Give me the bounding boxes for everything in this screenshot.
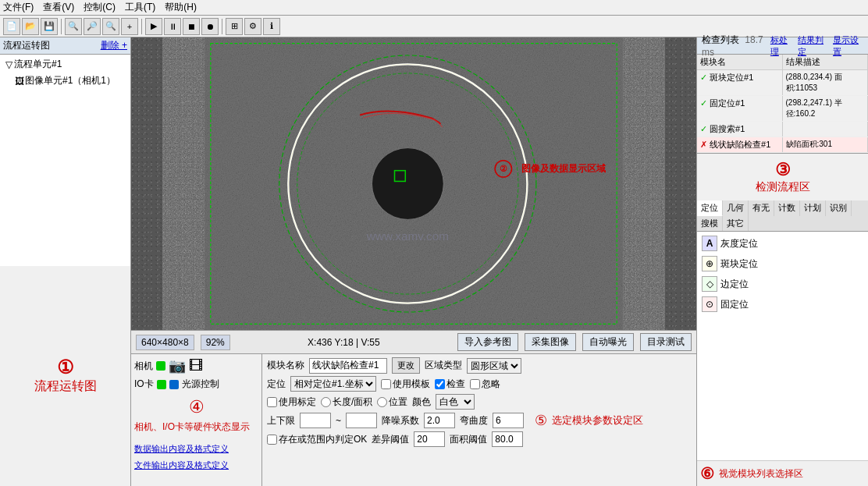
- row4-name: ✗ 线状缺陷检查#1: [697, 137, 783, 152]
- tab-count[interactable]: 计数: [774, 200, 800, 216]
- link-display[interactable]: 显示设置: [833, 34, 863, 58]
- upper-input[interactable]: [300, 413, 331, 428]
- tree-child[interactable]: 🖼 图像单元#1（相机1）: [2, 73, 129, 89]
- check-input[interactable]: [435, 379, 445, 389]
- toolbar-zoom-out[interactable]: 🔍: [102, 18, 119, 35]
- position-select[interactable]: 相对定位#1.坐标系: [290, 376, 376, 392]
- fixed-pos-icon: ⊙: [702, 296, 717, 312]
- toolbar-plus[interactable]: +: [121, 18, 138, 35]
- file-format-link[interactable]: 文件输出内容及格式定义: [134, 460, 229, 470]
- light-status-dot: [169, 380, 179, 389]
- color-select[interactable]: 白色: [436, 394, 475, 410]
- module-item-edge-pos[interactable]: ◇ 边定位: [699, 274, 866, 294]
- file-define-link-wrapper[interactable]: 文件输出内容及格式定义: [134, 459, 258, 471]
- region-type-label: 区域类型: [425, 359, 462, 372]
- btn-auto-exposure[interactable]: 自动曝光: [582, 333, 634, 351]
- toolbar-info[interactable]: ℹ: [263, 18, 280, 35]
- menu-view[interactable]: 查看(V): [43, 1, 74, 14]
- btn-import-ref[interactable]: 导入参考图: [457, 333, 518, 351]
- menu-file[interactable]: 文件(F): [3, 1, 34, 14]
- exist-range-input[interactable]: [267, 435, 277, 445]
- usage-mask-check[interactable]: [381, 379, 391, 389]
- table-row[interactable]: ✓ 斑块定位#1 (288.0,234.4) 面积:11053: [697, 70, 868, 96]
- io-status-dot: [157, 380, 166, 389]
- camera-icon: 📷: [169, 357, 186, 374]
- toolbar-play[interactable]: ▶: [145, 18, 162, 35]
- diff-row: 存在或范围内判定OK 差异阈值 面积阈值: [267, 431, 692, 447]
- data-format-link[interactable]: 数据输出内容及格式定义: [134, 444, 229, 453]
- module-item-blob-pos[interactable]: ⊕ 斑块定位: [699, 254, 866, 274]
- upper-lower-label: 上下限: [267, 414, 295, 427]
- toolbar-search[interactable]: 🔍: [65, 18, 82, 35]
- module-name-input[interactable]: [309, 358, 387, 374]
- table-row[interactable]: ✗ 线状缺陷检查#1 缺陷面积:301: [697, 137, 868, 153]
- toolbar-settings[interactable]: ⚙: [244, 18, 261, 35]
- annotation-num4: ④: [134, 397, 258, 417]
- params-area: 相机 📷 🎞 IO卡 光源控制 ④ 相机、I/O卡等硬件状态显示 数据输出内容及…: [131, 353, 696, 486]
- center-panel: ② 图像及数据显示区域 www.xamv.com 640×480×8 92% X…: [131, 37, 696, 486]
- toolbar-grid[interactable]: ⊞: [226, 18, 243, 35]
- update-button[interactable]: 更改: [392, 357, 420, 374]
- area-input[interactable]: [492, 431, 523, 447]
- region-type-select[interactable]: 圆形区域: [467, 358, 521, 374]
- btn-dir-test[interactable]: 目录测试: [640, 333, 692, 351]
- length-area-radio[interactable]: [321, 397, 331, 407]
- table-row[interactable]: ✓ 圆搜索#1: [697, 122, 868, 137]
- diff-label: 差异阈值: [372, 433, 409, 446]
- annotation-label5: 选定模块参数设定区: [552, 413, 643, 427]
- row2-name: ✓ 固定位#1: [697, 96, 783, 121]
- annotation-label3: 检测流程区: [756, 180, 810, 194]
- annotation-num3: ③: [775, 160, 791, 180]
- toolbar-run[interactable]: ⏺: [201, 18, 219, 35]
- toolbar-open[interactable]: 📂: [22, 18, 39, 35]
- camera-status-dot: [156, 361, 165, 371]
- tab-geometry[interactable]: 几何: [723, 200, 749, 216]
- link-process[interactable]: 标处理: [770, 34, 793, 58]
- toolbar-stop[interactable]: ⏹: [183, 18, 200, 35]
- tree-expand-icon: ▽: [3, 59, 14, 70]
- diff-input[interactable]: [414, 431, 445, 447]
- menubar: 文件(F) 查看(V) 控制(C) 工具(T) 帮助(H): [0, 0, 868, 16]
- svg-text:www.xamv.com: www.xamv.com: [366, 229, 449, 243]
- blob-pos-icon: ⊕: [702, 256, 717, 271]
- lower-input[interactable]: [346, 413, 377, 428]
- toolbar-pause[interactable]: ⏸: [164, 18, 181, 35]
- status-icon-ok3: ✓: [700, 124, 710, 133]
- image-display[interactable]: ② 图像及数据显示区域 www.xamv.com: [131, 37, 696, 330]
- module-name-row: 模块名称 更改 区域类型 圆形区域: [267, 357, 692, 374]
- module-item-fixed-pos[interactable]: ⊙ 固定位: [699, 294, 866, 314]
- menu-help[interactable]: 帮助(H): [165, 1, 197, 14]
- menu-tools[interactable]: 工具(T): [125, 1, 155, 14]
- position2-radio[interactable]: [377, 397, 387, 407]
- link-result[interactable]: 结果判定: [798, 34, 828, 58]
- io-label: IO卡: [134, 378, 154, 391]
- toolbar-save[interactable]: 💾: [41, 18, 58, 35]
- tab-identify[interactable]: 识别: [826, 200, 852, 216]
- toolbar-new[interactable]: 📄: [3, 18, 20, 35]
- tab-plan[interactable]: 计划: [800, 200, 826, 216]
- btn-capture[interactable]: 采集图像: [525, 333, 576, 351]
- flow-collapse[interactable]: 删除 +: [101, 39, 127, 52]
- toolbar-zoom-in[interactable]: 🔎: [84, 18, 101, 35]
- ignore-input[interactable]: [470, 379, 480, 389]
- tab-position[interactable]: 定位: [697, 200, 723, 216]
- area-label: 面积阈值: [450, 433, 487, 446]
- menu-control[interactable]: 控制(C): [84, 1, 116, 14]
- annotation-label6: 视觉模块列表选择区: [719, 467, 803, 481]
- camera-label: 相机: [134, 360, 153, 373]
- attenuation-input[interactable]: [424, 413, 455, 428]
- curve-input[interactable]: [493, 413, 524, 428]
- annotation1-area: ① 流程运转图: [0, 266, 130, 487]
- tab-search[interactable]: 搜模: [697, 216, 723, 231]
- row1-name: ✓ 斑块定位#1: [697, 70, 783, 95]
- tab-other[interactable]: 其它: [723, 216, 749, 231]
- tab-presence[interactable]: 有无: [749, 200, 774, 216]
- tree-root[interactable]: ▽ 流程单元#1: [2, 56, 129, 73]
- data-define-link[interactable]: 数据输出内容及格式定义: [134, 443, 258, 455]
- image-toolbar: 640×480×8 92% X:436 Y:18 | V:55 导入参考图 采集…: [131, 330, 696, 353]
- position2-checkbox: 位置: [377, 396, 407, 409]
- table-row[interactable]: ✓ 固定位#1 (298.2,247.1) 半径:160.2: [697, 96, 868, 122]
- usage-mark-input[interactable]: [267, 397, 277, 407]
- module-item-gray-pos[interactable]: A 灰度定位: [699, 233, 866, 254]
- annotation-num5: ⑤: [535, 412, 547, 429]
